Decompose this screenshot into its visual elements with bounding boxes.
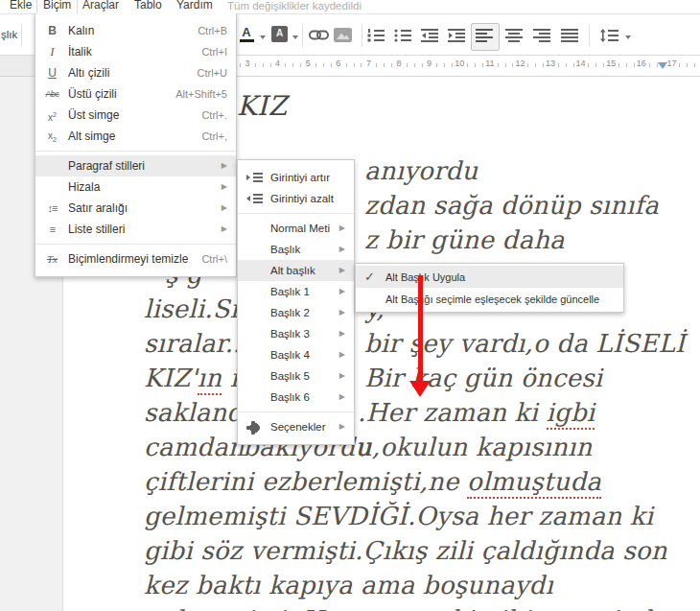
document-text-line[interactable]: u,okulun kapısının bbox=[356, 433, 593, 461]
menu-item-ust-simge[interactable]: x2Üst simgeCtrl+. bbox=[35, 105, 236, 126]
menu-item-baslik-3[interactable]: Başlık 3▶ bbox=[238, 323, 354, 344]
ruler-number: 12 bbox=[513, 59, 526, 68]
menu-item-label: Üst simge bbox=[68, 108, 190, 122]
submenu-arrow-icon: ▶ bbox=[339, 288, 345, 295]
ruler-number: 9 bbox=[425, 59, 433, 68]
document-text-line[interactable]: gibi söz vermişti.Çıkış zili çaldığında … bbox=[144, 536, 667, 565]
document-text-line[interactable]: Bir kaç gün öncesi bbox=[364, 364, 602, 392]
menu-item-kalin[interactable]: BKalınCtrl+B bbox=[35, 20, 236, 41]
menu-item-liste-stilleri[interactable]: ≡Liste stilleri▶ bbox=[35, 219, 236, 240]
submenu-arrow-icon: ▶ bbox=[339, 423, 345, 431]
menu-item-i-talik[interactable]: IİtalikCtrl+I bbox=[35, 41, 236, 62]
text-color-button[interactable]: A bbox=[239, 26, 254, 42]
bulleted-list-button[interactable] bbox=[394, 29, 411, 42]
document-text-line[interactable]: .Her zaman ki igbi bbox=[358, 398, 595, 427]
text-run: çiftlerini ezberlemişti,ne bbox=[144, 467, 467, 496]
menubar-item-tablo[interactable]: Tablo bbox=[128, 0, 168, 13]
align-center-button[interactable] bbox=[505, 29, 523, 42]
menubar-item-yardim[interactable]: Yardım bbox=[171, 0, 219, 13]
document-text-line[interactable]: liseli.Sı bbox=[144, 294, 238, 323]
line-spacing-dropdown-icon[interactable] bbox=[625, 35, 631, 39]
menu-item-alt-simge[interactable]: x2Alt simgeCtrl+, bbox=[35, 126, 236, 147]
menu-item-normal-metin[interactable]: Normal Metin▶ bbox=[238, 218, 354, 239]
shortcut-label: Ctrl+I bbox=[201, 46, 227, 58]
menu-item-alt-basligi-secimle-eslesecek-sekilde-guncelle[interactable]: ✓Alt Başlığı seçimle eşleşecek şekilde g… bbox=[356, 288, 623, 310]
indent-increase-button[interactable] bbox=[448, 29, 465, 42]
menu-item-baslik-6[interactable]: Başlık 6▶ bbox=[238, 387, 354, 408]
menu-item-secenekler[interactable]: Seçenekler▶ bbox=[238, 416, 354, 437]
ruler-number: 4 bbox=[273, 59, 282, 68]
toolbar-separator bbox=[302, 24, 303, 47]
menu-item-alt-baslik-uygula[interactable]: ✓Alt Başlık Uygula bbox=[356, 266, 623, 288]
blank-icon bbox=[246, 347, 263, 363]
blank-icon bbox=[44, 179, 60, 195]
document-text-line[interactable]: gelmemişti SEVDİĞİ.Oysa her zaman ki bbox=[144, 502, 653, 530]
numbered-list-button[interactable] bbox=[367, 29, 385, 42]
menubar-item-ekle[interactable]: Ekle bbox=[4, 0, 37, 13]
text-run: .Her zaman ki bbox=[358, 398, 547, 427]
menu-item-girintiyi-azalt[interactable]: Girintiyi azalt bbox=[238, 188, 354, 209]
ruler-number: 15 bbox=[604, 59, 618, 68]
document-text-line[interactable]: kez baktı kapıya ama boşunaydı bbox=[144, 571, 553, 599]
highlight-color-button[interactable]: A bbox=[271, 26, 288, 42]
align-left-button[interactable] bbox=[476, 29, 493, 42]
document-text-line[interactable]: z bir güne daha bbox=[364, 225, 565, 254]
document-text-line[interactable]: KIZ'ın i bbox=[144, 364, 238, 392]
gear-icon bbox=[246, 421, 263, 435]
menubar-item-bicim[interactable]: Biçim bbox=[36, 0, 78, 13]
toolbar-separator bbox=[589, 24, 590, 47]
menu-item-alt-baslik[interactable]: Alt başlık▶ bbox=[238, 260, 354, 281]
indent-increase-icon bbox=[246, 170, 263, 185]
text-color-dropdown-icon[interactable] bbox=[260, 35, 266, 39]
line-spacing-button[interactable] bbox=[599, 29, 618, 42]
underline-icon: U bbox=[44, 65, 60, 81]
menu-separator bbox=[238, 213, 354, 214]
image-icon bbox=[334, 28, 352, 42]
document-text-line[interactable]: gelmemişti. Her zaman ki gibi neşesinden bbox=[144, 605, 683, 611]
menu-item-label: Paragraf stilleri bbox=[68, 159, 212, 173]
indent-marker-icon[interactable] bbox=[658, 62, 667, 69]
document-text-line[interactable]: sakland bbox=[144, 398, 243, 427]
document-text-line[interactable]: sıralar.. bbox=[144, 329, 241, 358]
menu-item-paragraf-stilleri[interactable]: Paragraf stilleri▶ bbox=[35, 155, 236, 176]
menubar-item-araclar[interactable]: Araçlar bbox=[77, 0, 125, 13]
menu-item-baslik-1[interactable]: Başlık 1▶ bbox=[238, 281, 354, 302]
shortcut-label: Ctrl+, bbox=[201, 130, 227, 142]
menu-item-satir-araligi[interactable]: ↕≡Satır aralığı▶ bbox=[35, 198, 236, 219]
document-title[interactable]: KIZ bbox=[237, 92, 287, 121]
styles-dropdown-remnant[interactable]: şlık bbox=[1, 29, 17, 40]
blank-icon bbox=[246, 368, 263, 384]
menu-item-hizala[interactable]: Hizala▶ bbox=[35, 176, 236, 198]
shortcut-label: Ctrl+. bbox=[201, 109, 227, 121]
menu-item-label: İtalik bbox=[68, 45, 190, 59]
menu-item-bicimlendirmeyi-temizle[interactable]: TxBiçimlendirmeyi temizleCtrl+\ bbox=[35, 248, 236, 270]
menu-item-girintiyi-artir[interactable]: Girintiyi artır bbox=[238, 167, 354, 188]
indent-increase-icon bbox=[448, 29, 465, 42]
align-right-button[interactable] bbox=[533, 29, 550, 42]
document-text-line[interactable]: zdan sağa dönüp sınıfa bbox=[364, 191, 659, 220]
menu-item-baslik[interactable]: Başlık▶ bbox=[238, 239, 354, 260]
document-text-line[interactable]: anıyordu bbox=[364, 156, 478, 185]
submenu-arrow-icon: ▶ bbox=[222, 225, 227, 233]
document-text-line[interactable]: camdan bbox=[144, 433, 245, 461]
menu-item-baslik-4[interactable]: Başlık 4▶ bbox=[238, 344, 354, 365]
insert-image-button[interactable] bbox=[334, 28, 352, 42]
document-text-line[interactable]: çiftlerini ezberlemişti,ne olmuştuda bbox=[144, 467, 601, 496]
misspelled-word: olmuştuda bbox=[467, 467, 601, 499]
checkmark-icon: ✓ bbox=[364, 270, 385, 284]
indent-decrease-button[interactable] bbox=[421, 29, 438, 42]
submenu-arrow-icon: ▶ bbox=[339, 309, 345, 317]
line-spacing-icon: ↕≡ bbox=[44, 200, 60, 216]
insert-link-button[interactable] bbox=[309, 30, 329, 40]
submenu-arrow-icon: ▶ bbox=[339, 393, 345, 401]
align-justify-button[interactable] bbox=[561, 29, 578, 42]
menu-item-alti-cizili[interactable]: UAltı çiziliCtrl+U bbox=[35, 62, 236, 83]
menu-item-label: Başlık 1 bbox=[270, 286, 330, 297]
menu-item-label: Başlık bbox=[270, 244, 330, 255]
menu-item-ustu-cizili[interactable]: AbcÜstü çiziliAlt+Shift+5 bbox=[35, 83, 236, 105]
subtitle-submenu: ✓Alt Başlık Uygula✓Alt Başlığı seçimle e… bbox=[355, 263, 624, 313]
align-justify-icon bbox=[561, 29, 578, 42]
menu-item-baslik-5[interactable]: Başlık 5▶ bbox=[238, 365, 354, 387]
highlight-dropdown-icon[interactable] bbox=[292, 35, 298, 39]
menu-item-baslik-2[interactable]: Başlık 2▶ bbox=[238, 302, 354, 323]
